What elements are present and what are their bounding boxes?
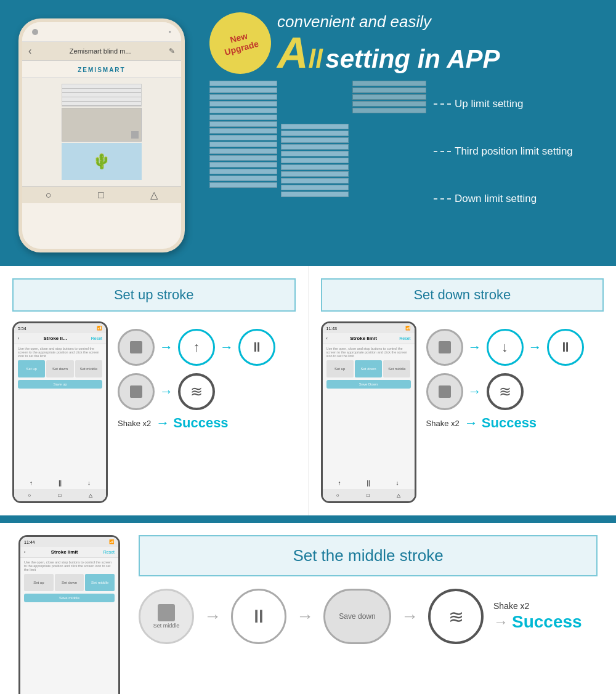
step-2-down: ↓ [487,329,524,366]
tab-set-down-m[interactable]: Set down [55,574,84,591]
save-middle-btn[interactable]: Save middle [24,594,115,602]
phone-small-screen-down: 11:43 📶 ‹ Stroke limit Reset Use the ope… [323,323,415,501]
save-up-btn[interactable]: Save up [18,380,102,389]
ps-tabs-middle: Set up Set down Set middle [24,574,115,591]
set-down-stroke-title: Set down stroke [321,278,604,312]
big-a: A [277,29,309,77]
phone-nav-bar: ‹ Zemismart blind m... ✎ [22,42,181,61]
middle-phone-area: 11:44 📶 ‹ Stroke limit Reset Use the ope… [18,535,126,694]
steps-row-2-down: → ≋ Shake x2 → Success [426,373,604,431]
down-limit-label: Down limit setting [434,193,573,205]
header-right: New Upgrade convenient and easily All se… [197,12,598,222]
back-icon[interactable]: ‹ [28,46,31,57]
arrow-2-down: → [529,339,542,355]
steps-row-1-down: → ↓ → ⏸ [426,329,604,366]
app-title: Zemismart blind m... [70,47,131,55]
stroke-down-steps: → ↓ → ⏸ → ≋ [426,321,604,438]
ps-body-up: Use the open, close and stop buttons to … [14,344,106,477]
success-label-down: Shake x2 → Success [426,415,537,431]
ps-top-up: 5:54 📶 [14,323,106,333]
tab-set-middle[interactable]: Set middle [75,360,102,377]
tab-set-middle-m[interactable]: Set middle [85,574,115,591]
set-up-stroke-title: Set up stroke [12,278,296,312]
big-shake-label: Shake x2 [493,601,529,611]
step-4-down [426,373,463,410]
set-up-stroke-panel: Set up stroke 5:54 📶 ‹ Stroke li... Rese… [0,266,309,515]
big-save-btn: Save down [323,589,391,644]
arrow-3-down: → [468,384,482,400]
middle-right: Set the middle stroke Set middle → ⏸ → S… [139,535,598,694]
arrow-3-up: → [160,384,173,400]
phone-camera-icon: ● [168,29,171,34]
ps-body-down: Use the open, close and stop buttons to … [323,344,415,477]
ps-controls-up: ↑||↓ [14,477,106,489]
steps-row-2-up: → ≋ Shake x2 → Success [118,373,296,431]
ps-tabs-down: Set up Set down Set middle [326,360,411,377]
ps-top-down: 11:43 📶 [323,323,415,333]
ps-bottom-bar-up: ○□△ [14,489,106,501]
arrow-1-up: → [160,339,173,355]
shake-circle-down: ≋ [487,373,524,410]
edit-icon[interactable]: ✎ [169,47,175,55]
phone-small-screen-middle: 11:44 📶 ‹ Stroke limit Reset Use the ope… [20,537,118,694]
shake-circle-up: ≋ [178,373,215,410]
title-bottom-row: All setting in APP [277,31,500,75]
tab-set-up-d[interactable]: Set up [326,360,354,377]
arrow-1-down: → [468,339,482,355]
header-content: ● ‹ Zemismart blind m... ✎ ZEMISMART [18,12,598,252]
badge-title-row: New Upgrade convenient and easily All se… [209,12,598,75]
blind-col-2 [281,124,349,198]
header-section: ● ‹ Zemismart blind m... ✎ ZEMISMART [0,0,616,259]
step-2-up: ↑ [178,329,215,366]
arrow-2-up: → [220,339,233,355]
tab-set-middle-d[interactable]: Set middle [383,360,410,377]
new-upgrade-badge: New Upgrade [203,6,278,81]
ps-nav-up: ‹ Stroke li... Reset [14,333,106,344]
step-4-up [118,373,155,410]
success-label-up: Shake x2 → Success [118,415,229,431]
blind-col-3 [352,81,426,115]
step-1-up [118,329,155,366]
save-down-btn[interactable]: Save Down [326,380,411,389]
third-position-label: Third position limit setting [434,145,573,158]
ps-top-middle: 11:44 📶 [20,537,118,547]
blind-col-1 [209,81,277,189]
stroke-down-content: 11:43 📶 ‹ Stroke limit Reset Use the ope… [321,321,604,503]
stroke-up-content: 5:54 📶 ‹ Stroke li... Reset Use the open… [12,321,296,503]
up-limit-label: Up limit setting [434,98,573,110]
big-arrow-1: → [204,607,221,626]
ps-nav-down: ‹ Stroke limit Reset [323,333,415,344]
brand-label: ZEMISMART [78,67,125,73]
phone-small-middle: 11:44 📶 ‹ Stroke limit Reset Use the ope… [18,535,120,694]
phone-bottom-bar: ○□△ [22,186,181,203]
tab-set-down[interactable]: Set down [46,360,73,377]
phone-small-screen-up: 5:54 📶 ‹ Stroke li... Reset Use the open… [14,323,106,501]
shake-label-down: Shake x2 [426,419,460,428]
tab-set-up-m[interactable]: Set up [24,574,54,591]
tab-set-up[interactable]: Set up [18,360,45,377]
title-top-line: convenient and easily [277,12,500,31]
all-text: ll [309,44,323,73]
middle-section: 11:44 📶 ‹ Stroke limit Reset Use the ope… [0,519,616,694]
tab-set-down-d[interactable]: Set down [355,360,382,377]
big-success-text: Success [512,612,582,632]
ps-tabs-up: Set up Set down Set middle [18,360,102,377]
step-3-down: ⏸ [547,329,584,366]
ps-bottom-bar-down: ○□△ [323,489,415,501]
title-bold-part: setting in APP [325,44,500,73]
blinds-columns [209,81,426,198]
blinds-labels: Up limit setting Third position limit se… [426,81,573,222]
shake-label-up: Shake x2 [118,419,151,428]
big-arrow-2: → [296,607,314,626]
phone-top-bar: ● [22,22,181,42]
step-1-down [426,329,463,366]
step-3-up: ⏸ [238,329,275,366]
blinds-diagram: Up limit setting Third position limit se… [209,81,598,222]
stroke-up-steps: → ↑ → ⏸ → ≋ [118,321,296,438]
big-arrow-3: → [401,607,418,626]
middle-steps-row: Set middle → ⏸ → Save down → ≋ Shake x2 [139,589,598,644]
set-down-stroke-panel: Set down stroke 11:43 📶 ‹ Stroke limit R… [309,266,617,515]
big-pause-circle: ⏸ [231,589,286,644]
middle-title: Set the middle stroke [139,535,598,576]
big-shake-circle: ≋ [428,589,484,644]
